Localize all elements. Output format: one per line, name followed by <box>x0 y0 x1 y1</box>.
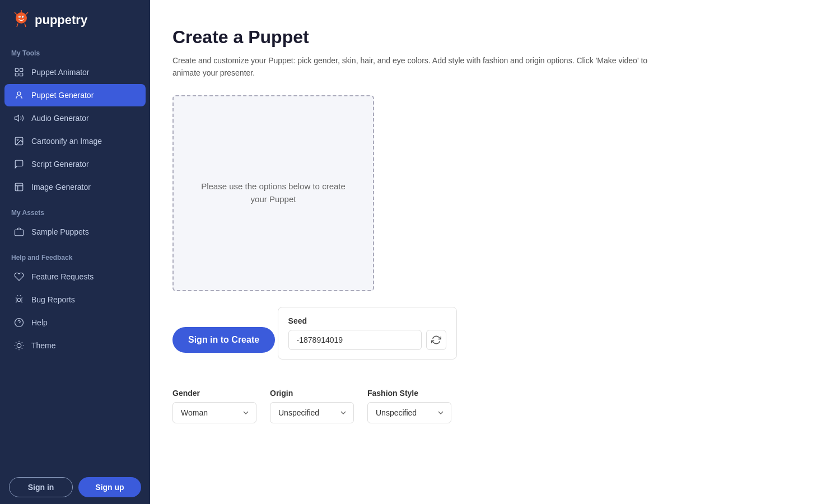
sidebar-item-puppet-generator[interactable]: Puppet Generator <box>4 84 146 106</box>
svg-rect-10 <box>15 68 18 71</box>
puppet-animator-icon <box>13 67 25 78</box>
sidebar-item-audio-generator[interactable]: Audio Generator <box>4 107 146 129</box>
fashion-style-group: Fashion Style Unspecified Casual Formal … <box>367 389 451 423</box>
sidebar-item-cartoonify[interactable]: Cartoonify an Image <box>4 130 146 152</box>
sidebar-item-puppet-animator[interactable]: Puppet Animator <box>4 61 146 83</box>
logo-icon <box>11 10 31 30</box>
gender-group: Gender Woman Man Non-binary <box>172 389 256 423</box>
sidebar-item-sample-puppets[interactable]: Sample Puppets <box>4 221 146 243</box>
svg-line-9 <box>25 24 26 27</box>
sidebar-item-bug-reports[interactable]: Bug Reports <box>4 288 146 311</box>
sidebar-item-label: Audio Generator <box>31 114 89 123</box>
sidebar-item-label: Theme <box>31 341 56 350</box>
gender-label: Gender <box>172 389 256 398</box>
my-tools-section: My Tools Puppet Animator Puppet Generato… <box>0 39 150 199</box>
svg-point-4 <box>23 17 24 18</box>
sidebar-item-label: Puppet Animator <box>31 68 90 77</box>
help-icon <box>13 317 25 328</box>
dropdowns-row: Gender Woman Man Non-binary Origin Unspe… <box>172 389 806 423</box>
my-assets-section: My Assets Sample Puppets <box>0 199 150 244</box>
svg-line-28 <box>16 342 16 343</box>
origin-group: Origin Unspecified African Asian Europea… <box>270 389 354 423</box>
cartoonify-icon <box>13 136 25 147</box>
main-content: Create a Puppet Create and customize you… <box>150 0 840 504</box>
puppet-generator-icon <box>13 90 25 101</box>
puppet-preview: Please use the options below to create y… <box>172 95 374 291</box>
svg-rect-11 <box>20 68 23 71</box>
auth-buttons: Sign in Sign up <box>0 470 150 504</box>
sidebar-item-script-generator[interactable]: Script Generator <box>4 153 146 175</box>
seed-section: Seed <box>278 307 457 360</box>
sidebar-item-label: Cartoonify an Image <box>31 137 102 146</box>
sidebar-item-help[interactable]: Help <box>4 311 146 334</box>
svg-rect-21 <box>15 230 24 236</box>
seed-input[interactable] <box>288 330 422 350</box>
svg-line-32 <box>16 348 16 349</box>
svg-point-14 <box>17 92 21 95</box>
sidebar-item-label: Bug Reports <box>31 295 75 304</box>
sidebar-item-theme[interactable]: Theme <box>4 334 146 357</box>
seed-input-row <box>288 330 446 350</box>
my-assets-label: My Assets <box>0 199 150 220</box>
theme-icon <box>13 340 25 351</box>
sidebar-item-label: Image Generator <box>31 183 91 192</box>
svg-point-3 <box>20 17 21 18</box>
sidebar-item-label: Script Generator <box>31 160 89 169</box>
image-generator-icon <box>13 181 25 193</box>
audio-generator-icon <box>13 113 25 124</box>
page-description: Create and customize your Puppet: pick g… <box>172 54 676 80</box>
sample-puppets-icon <box>13 226 25 237</box>
svg-point-0 <box>16 12 27 24</box>
fashion-style-label: Fashion Style <box>367 389 451 398</box>
script-generator-icon <box>13 158 25 170</box>
sidebar-item-label: Puppet Generator <box>31 91 94 100</box>
sidebar-item-label: Help <box>31 318 48 327</box>
svg-line-29 <box>22 348 22 349</box>
help-feedback-section: Help and Feedback Feature Requests Bug R… <box>0 244 150 357</box>
puppet-preview-placeholder: Please use the options below to create y… <box>201 180 346 206</box>
sidebar-item-feature-requests[interactable]: Feature Requests <box>4 265 146 288</box>
svg-marker-15 <box>15 115 19 122</box>
sign-in-create-button[interactable]: Sign in to Create <box>172 327 275 353</box>
origin-label: Origin <box>270 389 354 398</box>
svg-point-22 <box>17 298 21 302</box>
sidebar-item-label: Feature Requests <box>31 272 94 281</box>
svg-point-25 <box>17 343 21 348</box>
svg-line-33 <box>22 342 22 343</box>
logo: puppetry <box>11 10 87 30</box>
gender-select[interactable]: Woman Man Non-binary <box>172 402 256 423</box>
bug-reports-icon <box>13 294 25 305</box>
fashion-style-select[interactable]: Unspecified Casual Formal Business Sport… <box>367 402 451 423</box>
help-feedback-label: Help and Feedback <box>0 244 150 265</box>
sign-up-button[interactable]: Sign up <box>78 477 141 497</box>
svg-rect-13 <box>20 73 23 76</box>
page-title: Create a Puppet <box>172 27 806 48</box>
svg-line-7 <box>26 12 28 15</box>
sidebar-item-image-generator[interactable]: Image Generator <box>4 176 146 198</box>
svg-line-8 <box>17 24 18 27</box>
svg-rect-18 <box>15 183 23 191</box>
refresh-icon <box>431 335 441 345</box>
origin-select[interactable]: Unspecified African Asian European Latin… <box>270 402 354 423</box>
logo-text: puppetry <box>35 13 87 27</box>
feature-requests-icon <box>13 271 25 282</box>
seed-label: Seed <box>288 316 446 325</box>
svg-line-6 <box>15 12 17 15</box>
svg-rect-12 <box>15 73 18 76</box>
svg-point-17 <box>17 139 18 140</box>
sign-in-button[interactable]: Sign in <box>9 477 73 497</box>
seed-refresh-button[interactable] <box>426 330 446 350</box>
my-tools-label: My Tools <box>0 39 150 60</box>
logo-area: puppetry <box>0 0 150 39</box>
sidebar-item-label: Sample Puppets <box>31 227 89 236</box>
svg-point-23 <box>15 319 24 327</box>
sidebar: puppetry My Tools Puppet Animator Puppet… <box>0 0 150 504</box>
